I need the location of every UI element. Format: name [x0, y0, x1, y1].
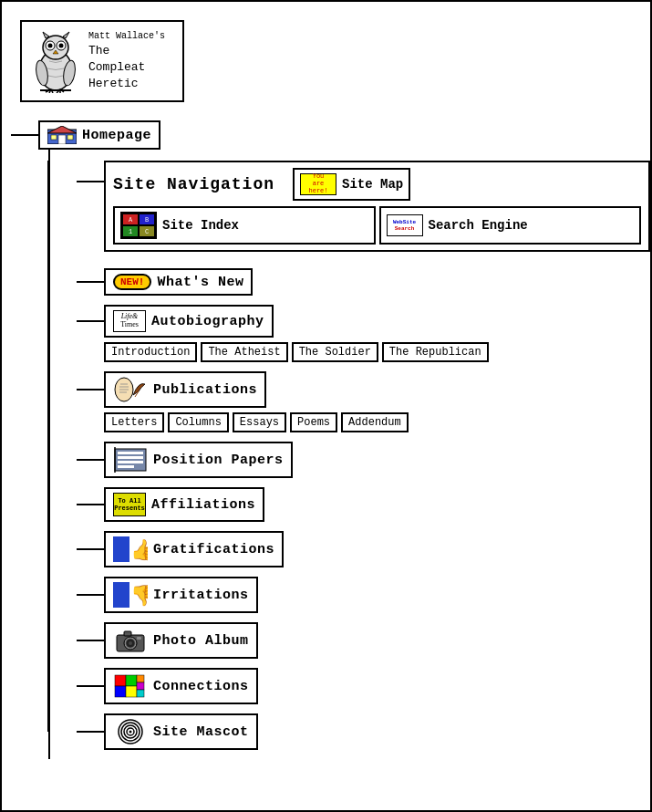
sitenav-box: Site Navigation Youarehere! Site Map A B… [104, 161, 650, 252]
whatsnew-label: What's New [157, 275, 243, 290]
irritations-connector [77, 594, 104, 596]
affiliations-label: Affiliations [151, 497, 255, 513]
irritations-label: Irritations [153, 588, 249, 603]
svg-rect-33 [118, 465, 134, 468]
irritations-icon: 👎 [113, 582, 148, 608]
sitenav-title: Site Navigation [113, 175, 274, 193]
homepage-connector [11, 134, 38, 136]
affiliations-icon: To AllPresents [113, 493, 146, 516]
logo-box: Matt Wallace's The Compleat Heretic [20, 20, 184, 102]
svg-rect-37 [113, 582, 129, 608]
homepage-icon [47, 126, 77, 144]
page-container: Matt Wallace's The Compleat Heretic [0, 0, 652, 812]
svg-rect-44 [137, 637, 141, 640]
autobiography-node[interactable]: Life& Times Autobiography [104, 305, 274, 338]
sub-introduction[interactable]: Introduction [104, 342, 197, 362]
svg-rect-31 [118, 456, 143, 459]
sitemascot-label: Site Mascot [153, 724, 249, 740]
svg-rect-50 [137, 682, 144, 690]
positionpapers-icon [113, 447, 148, 473]
svg-rect-30 [118, 452, 143, 454]
homepage-node[interactable]: Homepage [38, 120, 160, 150]
youarehere-badge: Youarehere! [300, 173, 336, 195]
sub-essays[interactable]: Essays [233, 412, 286, 432]
svg-point-56 [129, 731, 132, 734]
publications-node[interactable]: Publications [104, 371, 266, 408]
sub-soldier[interactable]: The Soldier [292, 342, 378, 362]
positionpapers-row: Position Papers [77, 442, 650, 478]
sitemap-item[interactable]: Youarehere! Site Map [293, 168, 410, 201]
gratifications-label: Gratifications [153, 542, 274, 557]
searchengine-item[interactable]: WebSite Search Search Engine [379, 206, 642, 245]
svg-rect-21 [51, 135, 57, 140]
svg-rect-47 [115, 686, 126, 697]
siteindex-item[interactable]: A B 1 C Site Index [113, 206, 376, 245]
sub-atheist[interactable]: The Atheist [201, 342, 287, 362]
mascot-connector [77, 731, 104, 733]
abc-icon: A B 1 C [120, 212, 157, 239]
whatsnew-node[interactable]: NEW! What's New [104, 268, 253, 296]
svg-rect-45 [115, 675, 126, 686]
svg-rect-43 [124, 631, 131, 636]
new-badge: NEW! [113, 274, 151, 290]
sub-addendum[interactable]: Addendum [341, 412, 409, 432]
sitenav-row: Site Navigation Youarehere! Site Map A B… [77, 161, 650, 259]
autobiography-label: Autobiography [151, 314, 264, 329]
sitemascot-row: Site Mascot [77, 713, 650, 750]
whatsnew-row: NEW! What's New [77, 268, 650, 296]
svg-rect-51 [137, 690, 144, 697]
photoalbum-label: Photo Album [153, 633, 249, 649]
connections-connector [77, 685, 104, 687]
autobiography-row: Life& Times Autobiography [77, 305, 650, 338]
subtree-vline [47, 161, 49, 732]
photoalbum-row: Photo Album [77, 622, 650, 659]
svg-point-5 [59, 44, 64, 48]
connections-icon [113, 673, 148, 699]
sub-republican[interactable]: The Republican [382, 342, 489, 362]
gratifications-node[interactable]: 👍 Gratifications [104, 531, 284, 567]
irritations-row: 👎 Irritations [77, 577, 650, 613]
svg-marker-8 [63, 32, 69, 38]
svg-point-4 [48, 44, 53, 48]
svg-rect-35 [113, 536, 129, 562]
svg-rect-49 [137, 675, 144, 682]
affiliations-connector [77, 504, 104, 505]
owl-icon [31, 29, 81, 93]
position-connector [77, 459, 104, 461]
irritations-node[interactable]: 👎 Irritations [104, 577, 258, 613]
gratifications-icon: 👍 [113, 536, 148, 562]
lifetimes-icon: Life& Times [113, 310, 146, 332]
photoalbum-node[interactable]: Photo Album [104, 622, 258, 659]
autobiography-subitems: Introduction The Atheist The Soldier The… [104, 342, 650, 362]
sitenav-connector [77, 181, 104, 182]
autobiography-section: Life& Times Autobiography Introduction T… [77, 305, 650, 362]
publications-icon [113, 377, 148, 402]
searchengine-label: Search Engine [429, 218, 528, 233]
svg-text:👍: 👍 [130, 537, 148, 562]
svg-point-42 [129, 641, 132, 645]
svg-rect-48 [126, 686, 137, 697]
svg-text:👎: 👎 [130, 583, 148, 608]
sitemascot-node[interactable]: Site Mascot [104, 713, 258, 750]
affiliations-node[interactable]: To AllPresents Affiliations [104, 487, 264, 522]
gratifications-connector [77, 548, 104, 550]
positionpapers-node[interactable]: Position Papers [104, 442, 293, 478]
connections-node[interactable]: Connections [104, 668, 258, 704]
publications-label: Publications [153, 382, 257, 398]
sub-poems[interactable]: Poems [290, 412, 337, 432]
svg-marker-7 [43, 32, 49, 38]
pub-connector [77, 389, 104, 390]
siteindex-label: Site Index [162, 218, 239, 233]
photo-connector [77, 640, 104, 641]
gratifications-row: 👍 Gratifications [77, 531, 650, 567]
connections-row: Connections [77, 668, 650, 704]
publications-row: Publications [77, 371, 650, 408]
logo-text: Matt Wallace's The Compleat Heretic [88, 30, 173, 93]
sub-columns[interactable]: Columns [168, 412, 228, 432]
svg-rect-20 [58, 135, 66, 144]
auto-connector [77, 320, 104, 322]
camera-icon [113, 628, 148, 653]
whatsnew-connector [77, 281, 104, 283]
sub-letters[interactable]: Letters [104, 412, 164, 432]
svg-rect-22 [67, 135, 73, 140]
